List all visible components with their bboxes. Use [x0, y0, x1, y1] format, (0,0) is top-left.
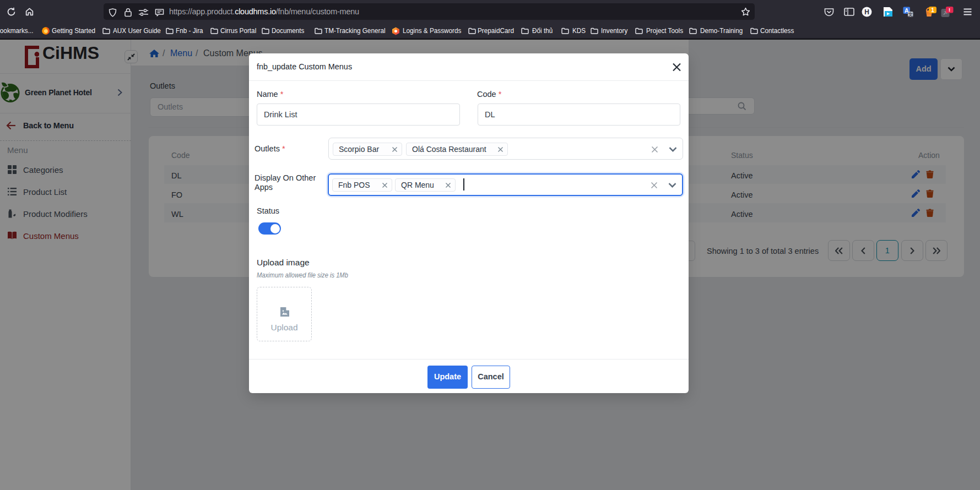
svg-text:!: !	[949, 7, 950, 13]
svg-text:1: 1	[931, 7, 934, 13]
svg-text:文: 文	[908, 12, 913, 17]
svg-text:H: H	[864, 8, 869, 16]
